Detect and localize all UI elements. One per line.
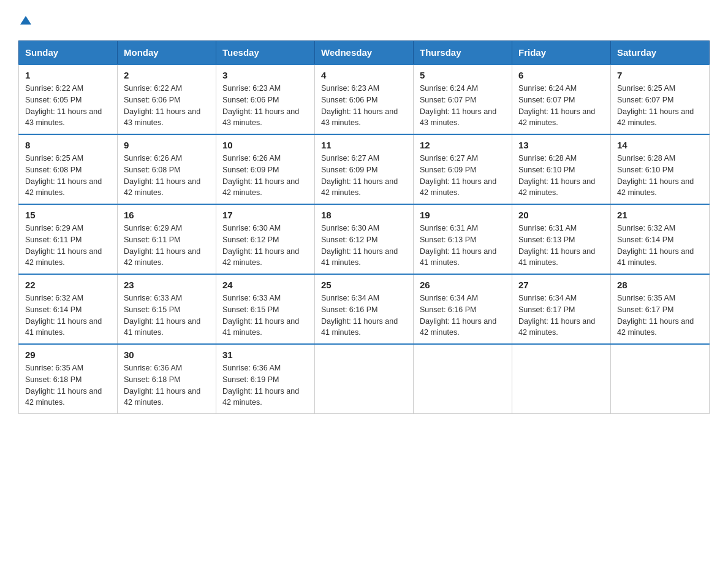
day-number: 9 <box>124 140 210 150</box>
calendar-cell: 24 Sunrise: 6:33 AM Sunset: 6:15 PM Dayl… <box>216 274 315 344</box>
day-info: Sunrise: 6:34 AM Sunset: 6:16 PM Dayligh… <box>321 293 407 339</box>
calendar-cell: 2 Sunrise: 6:22 AM Sunset: 6:06 PM Dayli… <box>118 64 216 134</box>
day-info: Sunrise: 6:23 AM Sunset: 6:06 PM Dayligh… <box>321 83 407 129</box>
day-number: 6 <box>518 70 604 80</box>
calendar-cell: 31 Sunrise: 6:36 AM Sunset: 6:19 PM Dayl… <box>216 344 315 414</box>
day-info: Sunrise: 6:25 AM Sunset: 6:07 PM Dayligh… <box>617 83 703 129</box>
day-info: Sunrise: 6:25 AM Sunset: 6:08 PM Dayligh… <box>25 153 111 199</box>
day-number: 5 <box>420 70 506 80</box>
day-number: 22 <box>25 280 111 290</box>
day-info: Sunrise: 6:33 AM Sunset: 6:15 PM Dayligh… <box>222 293 308 339</box>
calendar-cell: 27 Sunrise: 6:34 AM Sunset: 6:17 PM Dayl… <box>512 274 611 344</box>
calendar-body: 1 Sunrise: 6:22 AM Sunset: 6:05 PM Dayli… <box>19 64 710 414</box>
day-info: Sunrise: 6:32 AM Sunset: 6:14 PM Dayligh… <box>617 223 703 269</box>
header-day-saturday: Saturday <box>611 41 710 65</box>
day-info: Sunrise: 6:30 AM Sunset: 6:12 PM Dayligh… <box>321 223 407 269</box>
day-number: 8 <box>25 140 111 150</box>
day-number: 23 <box>124 280 210 290</box>
day-number: 19 <box>420 210 506 220</box>
calendar-cell: 25 Sunrise: 6:34 AM Sunset: 6:16 PM Dayl… <box>315 274 414 344</box>
calendar-cell: 23 Sunrise: 6:33 AM Sunset: 6:15 PM Dayl… <box>118 274 216 344</box>
calendar-cell: 26 Sunrise: 6:34 AM Sunset: 6:16 PM Dayl… <box>414 274 512 344</box>
day-number: 15 <box>25 210 111 220</box>
day-number: 30 <box>124 350 210 360</box>
calendar-cell: 1 Sunrise: 6:22 AM Sunset: 6:05 PM Dayli… <box>19 64 118 134</box>
svg-marker-0 <box>20 16 31 25</box>
day-number: 24 <box>222 280 308 290</box>
day-number: 26 <box>420 280 506 290</box>
calendar-week-row: 15 Sunrise: 6:29 AM Sunset: 6:11 PM Dayl… <box>19 204 710 274</box>
header-day-friday: Friday <box>512 41 611 65</box>
day-number: 29 <box>25 350 111 360</box>
day-info: Sunrise: 6:28 AM Sunset: 6:10 PM Dayligh… <box>617 153 703 199</box>
day-info: Sunrise: 6:34 AM Sunset: 6:16 PM Dayligh… <box>420 293 506 339</box>
calendar-cell: 15 Sunrise: 6:29 AM Sunset: 6:11 PM Dayl… <box>19 204 118 274</box>
day-info: Sunrise: 6:35 AM Sunset: 6:17 PM Dayligh… <box>617 293 703 339</box>
day-info: Sunrise: 6:28 AM Sunset: 6:10 PM Dayligh… <box>518 153 604 199</box>
day-number: 14 <box>617 140 703 150</box>
page-header <box>18 12 710 28</box>
day-info: Sunrise: 6:32 AM Sunset: 6:14 PM Dayligh… <box>25 293 111 339</box>
day-number: 4 <box>321 70 407 80</box>
calendar-cell: 28 Sunrise: 6:35 AM Sunset: 6:17 PM Dayl… <box>611 274 710 344</box>
day-number: 21 <box>617 210 703 220</box>
header-day-thursday: Thursday <box>414 41 512 65</box>
day-info: Sunrise: 6:29 AM Sunset: 6:11 PM Dayligh… <box>25 223 111 269</box>
calendar-cell: 16 Sunrise: 6:29 AM Sunset: 6:11 PM Dayl… <box>118 204 216 274</box>
day-info: Sunrise: 6:35 AM Sunset: 6:18 PM Dayligh… <box>25 362 111 408</box>
calendar-table: SundayMondayTuesdayWednesdayThursdayFrid… <box>18 40 710 414</box>
header-row: SundayMondayTuesdayWednesdayThursdayFrid… <box>19 41 710 65</box>
day-number: 13 <box>518 140 604 150</box>
day-number: 1 <box>25 70 111 80</box>
day-info: Sunrise: 6:31 AM Sunset: 6:13 PM Dayligh… <box>420 223 506 269</box>
day-info: Sunrise: 6:22 AM Sunset: 6:05 PM Dayligh… <box>25 83 111 129</box>
day-info: Sunrise: 6:34 AM Sunset: 6:17 PM Dayligh… <box>518 293 604 339</box>
header-day-wednesday: Wednesday <box>315 41 414 65</box>
day-info: Sunrise: 6:29 AM Sunset: 6:11 PM Dayligh… <box>124 223 210 269</box>
calendar-week-row: 29 Sunrise: 6:35 AM Sunset: 6:18 PM Dayl… <box>19 344 710 414</box>
calendar-cell: 12 Sunrise: 6:27 AM Sunset: 6:09 PM Dayl… <box>414 134 512 204</box>
logo-triangle-icon <box>20 15 31 26</box>
calendar-cell: 18 Sunrise: 6:30 AM Sunset: 6:12 PM Dayl… <box>315 204 414 274</box>
calendar-cell: 3 Sunrise: 6:23 AM Sunset: 6:06 PM Dayli… <box>216 64 315 134</box>
day-number: 28 <box>617 280 703 290</box>
day-info: Sunrise: 6:27 AM Sunset: 6:09 PM Dayligh… <box>321 153 407 199</box>
calendar-header: SundayMondayTuesdayWednesdayThursdayFrid… <box>19 41 710 65</box>
day-number: 10 <box>222 140 308 150</box>
calendar-cell <box>414 344 512 414</box>
day-info: Sunrise: 6:33 AM Sunset: 6:15 PM Dayligh… <box>124 293 210 339</box>
day-number: 16 <box>124 210 210 220</box>
header-day-sunday: Sunday <box>19 41 118 65</box>
calendar-cell: 22 Sunrise: 6:32 AM Sunset: 6:14 PM Dayl… <box>19 274 118 344</box>
day-info: Sunrise: 6:22 AM Sunset: 6:06 PM Dayligh… <box>124 83 210 129</box>
day-info: Sunrise: 6:24 AM Sunset: 6:07 PM Dayligh… <box>518 83 604 129</box>
calendar-cell: 11 Sunrise: 6:27 AM Sunset: 6:09 PM Dayl… <box>315 134 414 204</box>
calendar-week-row: 1 Sunrise: 6:22 AM Sunset: 6:05 PM Dayli… <box>19 64 710 134</box>
calendar-cell <box>611 344 710 414</box>
calendar-cell: 30 Sunrise: 6:36 AM Sunset: 6:18 PM Dayl… <box>118 344 216 414</box>
day-info: Sunrise: 6:36 AM Sunset: 6:19 PM Dayligh… <box>222 362 308 408</box>
day-info: Sunrise: 6:23 AM Sunset: 6:06 PM Dayligh… <box>222 83 308 129</box>
calendar-cell <box>315 344 414 414</box>
calendar-cell <box>512 344 611 414</box>
day-number: 7 <box>617 70 703 80</box>
calendar-cell: 8 Sunrise: 6:25 AM Sunset: 6:08 PM Dayli… <box>19 134 118 204</box>
day-number: 25 <box>321 280 407 290</box>
day-info: Sunrise: 6:27 AM Sunset: 6:09 PM Dayligh… <box>420 153 506 199</box>
day-info: Sunrise: 6:26 AM Sunset: 6:08 PM Dayligh… <box>124 153 210 199</box>
calendar-cell: 5 Sunrise: 6:24 AM Sunset: 6:07 PM Dayli… <box>414 64 512 134</box>
header-day-tuesday: Tuesday <box>216 41 315 65</box>
calendar-cell: 17 Sunrise: 6:30 AM Sunset: 6:12 PM Dayl… <box>216 204 315 274</box>
day-info: Sunrise: 6:26 AM Sunset: 6:09 PM Dayligh… <box>222 153 308 199</box>
day-info: Sunrise: 6:30 AM Sunset: 6:12 PM Dayligh… <box>222 223 308 269</box>
calendar-cell: 6 Sunrise: 6:24 AM Sunset: 6:07 PM Dayli… <box>512 64 611 134</box>
calendar-cell: 13 Sunrise: 6:28 AM Sunset: 6:10 PM Dayl… <box>512 134 611 204</box>
calendar-cell: 20 Sunrise: 6:31 AM Sunset: 6:13 PM Dayl… <box>512 204 611 274</box>
day-number: 12 <box>420 140 506 150</box>
day-number: 20 <box>518 210 604 220</box>
day-number: 31 <box>222 350 308 360</box>
day-number: 2 <box>124 70 210 80</box>
calendar-cell: 10 Sunrise: 6:26 AM Sunset: 6:09 PM Dayl… <box>216 134 315 204</box>
header-day-monday: Monday <box>118 41 216 65</box>
day-number: 17 <box>222 210 308 220</box>
